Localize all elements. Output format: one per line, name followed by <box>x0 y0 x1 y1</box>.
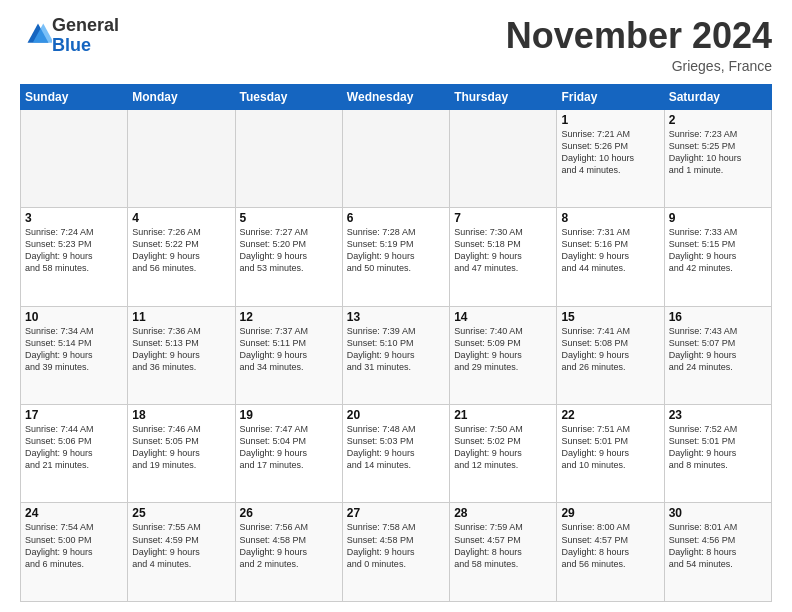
day-number: 12 <box>240 310 338 324</box>
table-row: 12Sunrise: 7:37 AM Sunset: 5:11 PM Dayli… <box>235 306 342 404</box>
table-row: 14Sunrise: 7:40 AM Sunset: 5:09 PM Dayli… <box>450 306 557 404</box>
day-info: Sunrise: 7:26 AM Sunset: 5:22 PM Dayligh… <box>132 226 230 275</box>
title-block: November 2024 Grieges, France <box>506 16 772 74</box>
table-row <box>128 109 235 207</box>
day-number: 25 <box>132 506 230 520</box>
table-row: 28Sunrise: 7:59 AM Sunset: 4:57 PM Dayli… <box>450 503 557 602</box>
day-number: 16 <box>669 310 767 324</box>
col-sunday: Sunday <box>21 84 128 109</box>
day-info: Sunrise: 7:58 AM Sunset: 4:58 PM Dayligh… <box>347 521 445 570</box>
day-number: 10 <box>25 310 123 324</box>
table-row <box>342 109 449 207</box>
month-title: November 2024 <box>506 16 772 56</box>
day-number: 9 <box>669 211 767 225</box>
day-number: 5 <box>240 211 338 225</box>
table-row: 25Sunrise: 7:55 AM Sunset: 4:59 PM Dayli… <box>128 503 235 602</box>
logo: General Blue <box>20 16 119 56</box>
table-row: 19Sunrise: 7:47 AM Sunset: 5:04 PM Dayli… <box>235 405 342 503</box>
table-row: 9Sunrise: 7:33 AM Sunset: 5:15 PM Daylig… <box>664 208 771 306</box>
day-info: Sunrise: 7:36 AM Sunset: 5:13 PM Dayligh… <box>132 325 230 374</box>
logo-general-text: General <box>52 15 119 35</box>
table-row: 16Sunrise: 7:43 AM Sunset: 5:07 PM Dayli… <box>664 306 771 404</box>
table-row: 4Sunrise: 7:26 AM Sunset: 5:22 PM Daylig… <box>128 208 235 306</box>
day-number: 15 <box>561 310 659 324</box>
day-info: Sunrise: 7:24 AM Sunset: 5:23 PM Dayligh… <box>25 226 123 275</box>
calendar-week-row: 17Sunrise: 7:44 AM Sunset: 5:06 PM Dayli… <box>21 405 772 503</box>
day-number: 4 <box>132 211 230 225</box>
day-number: 29 <box>561 506 659 520</box>
day-number: 2 <box>669 113 767 127</box>
table-row: 21Sunrise: 7:50 AM Sunset: 5:02 PM Dayli… <box>450 405 557 503</box>
day-number: 17 <box>25 408 123 422</box>
day-info: Sunrise: 8:01 AM Sunset: 4:56 PM Dayligh… <box>669 521 767 570</box>
table-row: 20Sunrise: 7:48 AM Sunset: 5:03 PM Dayli… <box>342 405 449 503</box>
table-row <box>235 109 342 207</box>
day-info: Sunrise: 7:37 AM Sunset: 5:11 PM Dayligh… <box>240 325 338 374</box>
logo-blue-text: Blue <box>52 35 91 55</box>
day-info: Sunrise: 7:46 AM Sunset: 5:05 PM Dayligh… <box>132 423 230 472</box>
day-info: Sunrise: 7:48 AM Sunset: 5:03 PM Dayligh… <box>347 423 445 472</box>
col-wednesday: Wednesday <box>342 84 449 109</box>
day-number: 11 <box>132 310 230 324</box>
day-info: Sunrise: 7:28 AM Sunset: 5:19 PM Dayligh… <box>347 226 445 275</box>
day-number: 8 <box>561 211 659 225</box>
table-row: 2Sunrise: 7:23 AM Sunset: 5:25 PM Daylig… <box>664 109 771 207</box>
day-info: Sunrise: 7:44 AM Sunset: 5:06 PM Dayligh… <box>25 423 123 472</box>
table-row: 5Sunrise: 7:27 AM Sunset: 5:20 PM Daylig… <box>235 208 342 306</box>
day-info: Sunrise: 7:59 AM Sunset: 4:57 PM Dayligh… <box>454 521 552 570</box>
day-info: Sunrise: 7:21 AM Sunset: 5:26 PM Dayligh… <box>561 128 659 177</box>
day-info: Sunrise: 7:43 AM Sunset: 5:07 PM Dayligh… <box>669 325 767 374</box>
day-info: Sunrise: 7:34 AM Sunset: 5:14 PM Dayligh… <box>25 325 123 374</box>
table-row: 11Sunrise: 7:36 AM Sunset: 5:13 PM Dayli… <box>128 306 235 404</box>
day-info: Sunrise: 7:52 AM Sunset: 5:01 PM Dayligh… <box>669 423 767 472</box>
day-number: 19 <box>240 408 338 422</box>
day-info: Sunrise: 7:41 AM Sunset: 5:08 PM Dayligh… <box>561 325 659 374</box>
day-number: 7 <box>454 211 552 225</box>
day-info: Sunrise: 7:27 AM Sunset: 5:20 PM Dayligh… <box>240 226 338 275</box>
table-row <box>21 109 128 207</box>
day-number: 30 <box>669 506 767 520</box>
location: Grieges, France <box>506 58 772 74</box>
table-row: 18Sunrise: 7:46 AM Sunset: 5:05 PM Dayli… <box>128 405 235 503</box>
col-saturday: Saturday <box>664 84 771 109</box>
day-number: 26 <box>240 506 338 520</box>
day-info: Sunrise: 7:40 AM Sunset: 5:09 PM Dayligh… <box>454 325 552 374</box>
day-number: 6 <box>347 211 445 225</box>
table-row: 30Sunrise: 8:01 AM Sunset: 4:56 PM Dayli… <box>664 503 771 602</box>
col-tuesday: Tuesday <box>235 84 342 109</box>
table-row: 27Sunrise: 7:58 AM Sunset: 4:58 PM Dayli… <box>342 503 449 602</box>
day-number: 1 <box>561 113 659 127</box>
day-info: Sunrise: 7:56 AM Sunset: 4:58 PM Dayligh… <box>240 521 338 570</box>
day-number: 23 <box>669 408 767 422</box>
day-info: Sunrise: 7:33 AM Sunset: 5:15 PM Dayligh… <box>669 226 767 275</box>
day-info: Sunrise: 7:55 AM Sunset: 4:59 PM Dayligh… <box>132 521 230 570</box>
day-info: Sunrise: 7:39 AM Sunset: 5:10 PM Dayligh… <box>347 325 445 374</box>
table-row: 22Sunrise: 7:51 AM Sunset: 5:01 PM Dayli… <box>557 405 664 503</box>
calendar-week-row: 24Sunrise: 7:54 AM Sunset: 5:00 PM Dayli… <box>21 503 772 602</box>
day-number: 18 <box>132 408 230 422</box>
table-row: 13Sunrise: 7:39 AM Sunset: 5:10 PM Dayli… <box>342 306 449 404</box>
day-number: 14 <box>454 310 552 324</box>
calendar-table: Sunday Monday Tuesday Wednesday Thursday… <box>20 84 772 602</box>
calendar-week-row: 1Sunrise: 7:21 AM Sunset: 5:26 PM Daylig… <box>21 109 772 207</box>
day-info: Sunrise: 7:31 AM Sunset: 5:16 PM Dayligh… <box>561 226 659 275</box>
day-number: 27 <box>347 506 445 520</box>
table-row: 23Sunrise: 7:52 AM Sunset: 5:01 PM Dayli… <box>664 405 771 503</box>
calendar-week-row: 3Sunrise: 7:24 AM Sunset: 5:23 PM Daylig… <box>21 208 772 306</box>
day-info: Sunrise: 8:00 AM Sunset: 4:57 PM Dayligh… <box>561 521 659 570</box>
col-thursday: Thursday <box>450 84 557 109</box>
table-row <box>450 109 557 207</box>
header: General Blue November 2024 Grieges, Fran… <box>20 16 772 74</box>
day-number: 21 <box>454 408 552 422</box>
day-number: 20 <box>347 408 445 422</box>
table-row: 3Sunrise: 7:24 AM Sunset: 5:23 PM Daylig… <box>21 208 128 306</box>
table-row: 10Sunrise: 7:34 AM Sunset: 5:14 PM Dayli… <box>21 306 128 404</box>
table-row: 1Sunrise: 7:21 AM Sunset: 5:26 PM Daylig… <box>557 109 664 207</box>
table-row: 26Sunrise: 7:56 AM Sunset: 4:58 PM Dayli… <box>235 503 342 602</box>
calendar-header-row: Sunday Monday Tuesday Wednesday Thursday… <box>21 84 772 109</box>
day-info: Sunrise: 7:50 AM Sunset: 5:02 PM Dayligh… <box>454 423 552 472</box>
day-number: 28 <box>454 506 552 520</box>
table-row: 8Sunrise: 7:31 AM Sunset: 5:16 PM Daylig… <box>557 208 664 306</box>
col-monday: Monday <box>128 84 235 109</box>
day-number: 24 <box>25 506 123 520</box>
